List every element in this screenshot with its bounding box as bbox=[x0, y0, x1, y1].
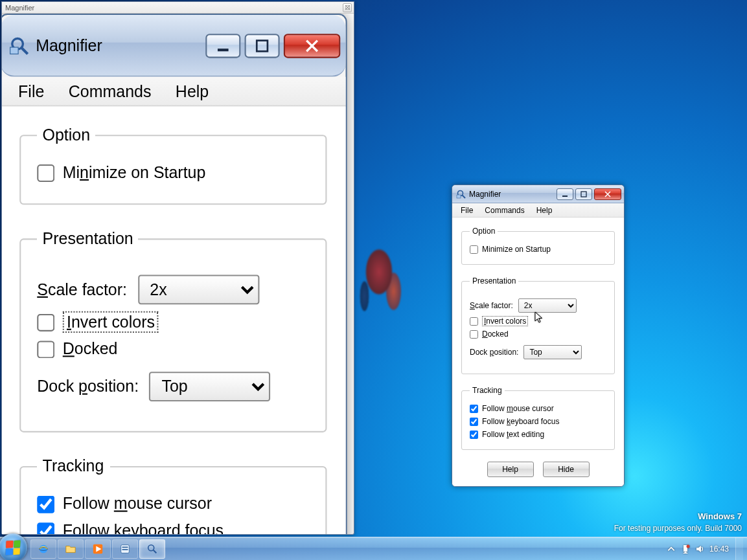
windows-logo-icon bbox=[5, 540, 20, 555]
chk-minimize-startup-label: Minimize on Startup bbox=[482, 245, 551, 254]
group-presentation-legend: Presentation bbox=[470, 276, 518, 286]
scale-factor-label: Scale factor: bbox=[470, 301, 513, 310]
menu-help[interactable]: Help bbox=[531, 205, 558, 216]
magnifier-docked-viewport: Magnifier Magnifier bbox=[1, 1, 354, 535]
svg-rect-2 bbox=[457, 195, 461, 198]
chk-follow-mouse-input[interactable] bbox=[470, 405, 478, 413]
svg-rect-16 bbox=[122, 549, 128, 550]
chk-invert-colors[interactable]: Invert colors bbox=[470, 317, 606, 326]
maximize-button[interactable] bbox=[575, 188, 592, 200]
magnifier-viewport-titlebar[interactable]: Magnifier bbox=[2, 2, 354, 14]
svg-rect-8 bbox=[10, 47, 18, 53]
taskbar-media-player[interactable] bbox=[85, 539, 111, 559]
chk-follow-text[interactable]: Follow text editing bbox=[470, 430, 606, 439]
svg-rect-4 bbox=[581, 192, 586, 197]
magnified-menu-file: File bbox=[6, 79, 56, 103]
button-row: Help Hide bbox=[461, 462, 615, 477]
chk-docked-label: Docked bbox=[482, 330, 509, 339]
play-icon bbox=[92, 543, 104, 555]
chk-follow-keyboard-label: Follow keyboard focus bbox=[482, 417, 559, 426]
taskbar-magnifier[interactable] bbox=[139, 539, 165, 559]
svg-line-1 bbox=[463, 195, 466, 198]
scale-factor-select[interactable]: 2x bbox=[518, 298, 577, 313]
dock-position-select[interactable]: Top bbox=[523, 345, 582, 359]
hide-button[interactable]: Hide bbox=[543, 462, 590, 477]
group-tracking-legend: Tracking bbox=[470, 386, 505, 395]
desktop-watermark: Windows 7 For testing purposes only. Bui… bbox=[614, 510, 742, 535]
app-icon bbox=[119, 543, 131, 555]
group-presentation: Presentation Scale factor: 2x Invert col… bbox=[461, 276, 615, 374]
magnified-max bbox=[245, 33, 280, 57]
chk-follow-keyboard-input[interactable] bbox=[470, 418, 478, 426]
chk-minimize-startup-input[interactable] bbox=[470, 245, 478, 254]
window-title: Magnifier bbox=[469, 190, 555, 199]
group-tracking: Tracking Follow mouse cursor Follow keyb… bbox=[461, 386, 615, 450]
svg-line-18 bbox=[154, 550, 157, 553]
system-tray[interactable]: 16:43 bbox=[663, 544, 733, 554]
svg-rect-9 bbox=[218, 48, 229, 50]
magnified-menu-commands: Commands bbox=[56, 79, 163, 103]
chk-follow-keyboard[interactable]: Follow keyboard focus bbox=[470, 417, 606, 426]
magnifier-window: Magnifier File Commands Help Option Mini… bbox=[452, 185, 625, 487]
magnifier-viewport-close[interactable] bbox=[343, 3, 352, 12]
volume-icon[interactable] bbox=[695, 544, 704, 554]
taskbar-ie[interactable] bbox=[30, 539, 56, 559]
magnifier-viewport-title: Magnifier bbox=[5, 4, 34, 12]
watermark-line2: For testing purposes only. Build 7000 bbox=[614, 522, 742, 534]
svg-line-7 bbox=[21, 47, 27, 53]
magnified-menu-help: Help bbox=[163, 79, 221, 103]
help-button[interactable]: Help bbox=[487, 462, 534, 477]
magnified-window: Magnifier File Commands Help Option Mini… bbox=[2, 14, 347, 534]
magnified-option-legend: Option bbox=[37, 126, 95, 144]
taskbar-explorer[interactable] bbox=[58, 539, 84, 559]
titlebar[interactable]: Magnifier bbox=[452, 185, 624, 203]
magnified-window-title: Magnifier bbox=[36, 36, 201, 54]
tray-chevron-up-icon[interactable] bbox=[667, 544, 676, 554]
desktop-wallpaper-accent bbox=[350, 233, 408, 330]
taskbar: 16:43 bbox=[0, 537, 747, 560]
svg-rect-3 bbox=[562, 196, 568, 197]
folder-icon bbox=[65, 543, 76, 555]
show-desktop-button[interactable] bbox=[735, 537, 743, 561]
svg-point-11 bbox=[40, 544, 48, 553]
group-option: Option Minimize on Startup bbox=[461, 227, 615, 265]
taskbar-unknown-app[interactable] bbox=[112, 539, 138, 559]
magnified-min bbox=[205, 33, 240, 57]
group-option-legend: Option bbox=[470, 227, 498, 236]
chk-minimize-startup[interactable]: Minimize on Startup bbox=[470, 245, 606, 254]
chk-follow-mouse[interactable]: Follow mouse cursor bbox=[470, 404, 606, 413]
chk-invert-colors-label: Invert colors bbox=[482, 317, 528, 326]
chk-docked-input[interactable] bbox=[470, 330, 478, 339]
chk-follow-mouse-label: Follow mouse cursor bbox=[482, 404, 554, 413]
start-button[interactable] bbox=[0, 533, 27, 561]
watermark-line1: Windows 7 bbox=[614, 510, 742, 523]
magnifier-icon bbox=[146, 543, 158, 555]
chk-follow-text-input[interactable] bbox=[470, 431, 478, 439]
magnified-tracking-legend: Tracking bbox=[37, 456, 109, 475]
menu-file[interactable]: File bbox=[455, 205, 479, 216]
magnifier-icon bbox=[9, 34, 30, 56]
client-area: Option Minimize on Startup Presentation … bbox=[452, 218, 624, 486]
menu-commands[interactable]: Commands bbox=[479, 205, 530, 216]
tray-clock[interactable]: 16:43 bbox=[709, 544, 729, 554]
action-center-icon[interactable] bbox=[681, 544, 690, 554]
close-button[interactable] bbox=[594, 188, 621, 200]
chk-docked[interactable]: Docked bbox=[470, 330, 606, 339]
magnifier-icon bbox=[456, 189, 466, 199]
ie-icon bbox=[38, 543, 49, 555]
chk-follow-text-label: Follow text editing bbox=[482, 430, 544, 439]
minimize-button[interactable] bbox=[557, 188, 573, 200]
svg-point-20 bbox=[686, 544, 689, 548]
magnified-titlebar: Magnifier bbox=[2, 15, 346, 77]
svg-point-17 bbox=[148, 544, 154, 550]
dock-position-label: Dock position: bbox=[470, 348, 518, 357]
menu-bar: File Commands Help bbox=[452, 203, 624, 218]
magnified-presentation-legend: Presentation bbox=[37, 229, 139, 248]
chk-invert-colors-input[interactable] bbox=[470, 317, 478, 326]
svg-rect-10 bbox=[257, 40, 268, 51]
magnified-close bbox=[284, 33, 340, 57]
svg-rect-15 bbox=[122, 546, 128, 548]
